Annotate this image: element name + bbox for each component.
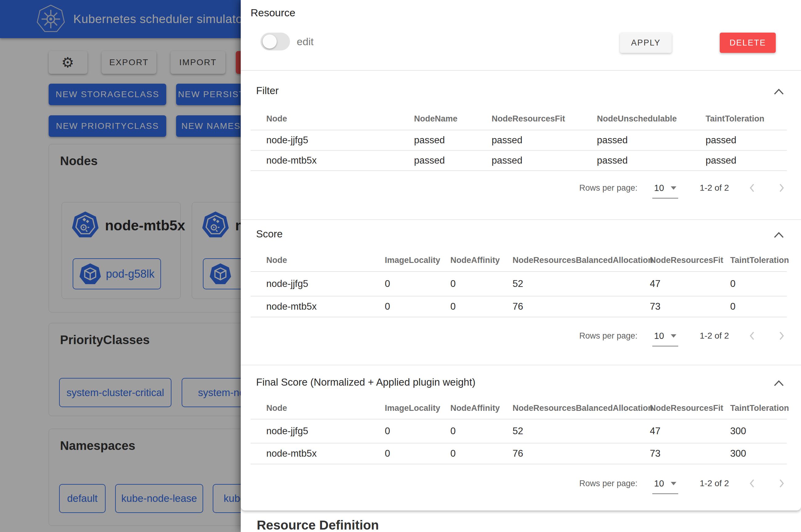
table-row: node-mtb5x passed passed passed passed bbox=[251, 151, 787, 171]
resource-drawer-card: Resource edit APPLY DELETE Filter Node N… bbox=[241, 0, 801, 511]
final-score-collapse-button[interactable] bbox=[773, 377, 785, 389]
cell-value: passed bbox=[597, 155, 706, 166]
cell-value: passed bbox=[414, 135, 492, 146]
cell-value: 0 bbox=[730, 278, 787, 289]
score-section-title: Score bbox=[256, 228, 283, 240]
cell-value: 0 bbox=[385, 301, 450, 312]
table-row: node-mtb5x 0 0 76 73 300 bbox=[251, 443, 787, 464]
filter-section-title: Filter bbox=[256, 85, 278, 97]
dropdown-caret-icon bbox=[671, 186, 676, 190]
rows-per-page-value: 10 bbox=[654, 183, 664, 193]
column-header: Node bbox=[266, 255, 385, 265]
cell-value: passed bbox=[706, 135, 787, 146]
cell-node: node-jjfg5 bbox=[266, 278, 385, 289]
cell-value: 0 bbox=[385, 425, 450, 437]
cell-value: 76 bbox=[513, 448, 650, 459]
rows-per-page-label: Rows per page: bbox=[579, 183, 638, 193]
column-header: NodeResourcesBalancedAllocation bbox=[513, 403, 650, 413]
edit-toggle-label: edit bbox=[297, 33, 314, 51]
cell-node: node-jjfg5 bbox=[266, 135, 414, 146]
cell-value: passed bbox=[492, 135, 597, 146]
column-header: Node bbox=[266, 403, 385, 413]
column-header: TaintToleration bbox=[706, 114, 787, 124]
chevron-up-icon bbox=[773, 231, 784, 239]
edit-toggle[interactable] bbox=[260, 33, 290, 51]
cell-node: node-jjfg5 bbox=[266, 425, 385, 437]
chevron-up-icon bbox=[773, 379, 784, 387]
dropdown-caret-icon bbox=[671, 482, 676, 485]
cell-value: 52 bbox=[513, 278, 650, 289]
rows-per-page-select[interactable]: 10 bbox=[654, 183, 676, 193]
column-header: NodeName bbox=[414, 114, 492, 124]
table-row: node-mtb5x 0 0 76 73 0 bbox=[251, 297, 787, 317]
cell-value: 52 bbox=[513, 425, 650, 437]
cell-value: 0 bbox=[450, 425, 513, 437]
final-score-table: Node ImageLocality NodeAffinity NodeReso… bbox=[251, 397, 787, 464]
column-header: NodeResourcesFit bbox=[650, 255, 730, 265]
cell-value: 300 bbox=[730, 425, 787, 437]
previous-page-icon[interactable] bbox=[747, 478, 758, 489]
section-divider bbox=[241, 365, 801, 365]
score-table: Node ImageLocality NodeAffinity NodeReso… bbox=[251, 249, 787, 317]
page-range: 1-2 of 2 bbox=[700, 183, 729, 193]
final-score-table-header-row: Node ImageLocality NodeAffinity NodeReso… bbox=[251, 397, 787, 419]
table-row: node-jjfg5 0 0 52 47 300 bbox=[251, 419, 787, 443]
filter-table: Node NodeName NodeResourcesFit NodeUnsch… bbox=[251, 108, 787, 171]
resource-definition-title: Resource Definition bbox=[257, 518, 379, 532]
rows-per-page-label: Rows per page: bbox=[579, 479, 638, 488]
cell-value: 0 bbox=[450, 448, 513, 459]
score-pagination: Rows per page: 10 1-2 of 2 bbox=[579, 329, 787, 343]
final-score-pagination: Rows per page: 10 1-2 of 2 bbox=[579, 477, 787, 490]
final-score-section-title: Final Score (Normalized + Applied plugin… bbox=[256, 376, 476, 388]
cell-value: 73 bbox=[650, 301, 730, 312]
header-divider bbox=[241, 70, 801, 71]
resource-drawer: Resource edit APPLY DELETE Filter Node N… bbox=[241, 0, 801, 532]
cell-value: passed bbox=[706, 155, 787, 166]
rows-per-page-value: 10 bbox=[654, 331, 664, 341]
column-header: NodeAffinity bbox=[450, 255, 513, 265]
rows-per-page-select[interactable]: 10 bbox=[654, 331, 676, 341]
table-row: node-jjfg5 passed passed passed passed bbox=[251, 130, 787, 151]
cell-value: 0 bbox=[450, 278, 513, 289]
table-row: node-jjfg5 0 0 52 47 0 bbox=[251, 272, 787, 297]
next-page-icon[interactable] bbox=[776, 478, 787, 489]
score-table-header-row: Node ImageLocality NodeAffinity NodeReso… bbox=[251, 249, 787, 272]
filter-pagination: Rows per page: 10 1-2 of 2 bbox=[579, 181, 787, 195]
cell-value: 0 bbox=[450, 301, 513, 312]
page-range: 1-2 of 2 bbox=[700, 478, 729, 488]
next-page-icon[interactable] bbox=[776, 330, 787, 341]
cell-node: node-mtb5x bbox=[266, 301, 385, 312]
chevron-up-icon bbox=[773, 88, 784, 95]
filter-collapse-button[interactable] bbox=[773, 86, 785, 98]
filter-table-header-row: Node NodeName NodeResourcesFit NodeUnsch… bbox=[251, 108, 787, 130]
cell-value: passed bbox=[414, 155, 492, 166]
cell-value: 47 bbox=[650, 278, 730, 289]
dropdown-caret-icon bbox=[671, 334, 676, 338]
column-header: Node bbox=[266, 114, 414, 124]
cell-node: node-mtb5x bbox=[266, 155, 414, 166]
score-collapse-button[interactable] bbox=[773, 229, 785, 241]
rows-per-page-value: 10 bbox=[654, 478, 664, 489]
apply-button[interactable]: APPLY bbox=[620, 33, 672, 53]
column-header: NodeResourcesFit bbox=[650, 403, 730, 413]
next-page-icon[interactable] bbox=[776, 182, 787, 193]
cell-node: node-mtb5x bbox=[266, 448, 385, 459]
cell-value: passed bbox=[492, 155, 597, 166]
previous-page-icon[interactable] bbox=[747, 182, 758, 193]
cell-value: 47 bbox=[650, 425, 730, 437]
rows-per-page-label: Rows per page: bbox=[579, 331, 638, 341]
drawer-title: Resource bbox=[251, 7, 295, 19]
column-header: NodeUnschedulable bbox=[597, 114, 706, 124]
section-divider bbox=[241, 219, 801, 220]
cell-value: 0 bbox=[385, 448, 450, 459]
delete-button[interactable]: DELETE bbox=[720, 33, 776, 53]
page-range: 1-2 of 2 bbox=[700, 331, 729, 341]
cell-value: 76 bbox=[513, 301, 650, 312]
cell-value: 0 bbox=[385, 278, 450, 289]
cell-value: 0 bbox=[730, 301, 787, 312]
column-header: TaintToleration bbox=[730, 403, 789, 413]
previous-page-icon[interactable] bbox=[747, 330, 758, 341]
column-header: ImageLocality bbox=[385, 403, 450, 413]
resource-definition-card: Resource Definition bbox=[241, 514, 801, 532]
rows-per-page-select[interactable]: 10 bbox=[654, 478, 676, 489]
